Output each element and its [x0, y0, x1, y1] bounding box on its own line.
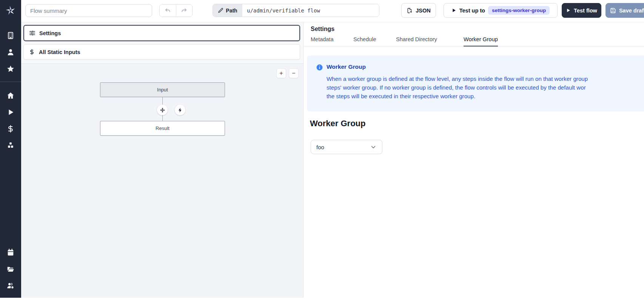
building-icon	[6, 31, 15, 40]
windmill-flow-editor: Path JSON Test up to settings-worker-gro…	[0, 0, 644, 300]
sidebar-item-groups[interactable]	[0, 277, 21, 294]
save-draft-label: Save draft	[619, 8, 644, 14]
save-draft-button[interactable]: Save draft	[605, 3, 644, 18]
sidebar-item-schedules[interactable]	[0, 244, 21, 261]
redo-button[interactable]	[176, 5, 192, 17]
json-button-label: JSON	[416, 8, 431, 14]
info-line: the steps will be executed in their resp…	[327, 92, 644, 101]
test-flow-label: Test flow	[574, 8, 597, 14]
path-group: Path	[213, 4, 379, 17]
add-step-button[interactable]	[157, 105, 168, 115]
flow-static-inputs-item[interactable]: All Static Inputs	[23, 44, 300, 60]
worker-group-info-box: Worker Group When a worker group is defi…	[307, 56, 644, 111]
worker-group-selected-value: foo	[316, 144, 324, 150]
play-icon	[451, 8, 456, 13]
settings-panel: Settings Metadata Schedule Shared Direct…	[303, 22, 644, 298]
sidebar-item-home[interactable]	[0, 87, 21, 104]
tab-shared-directory[interactable]: Shared Directory	[396, 35, 437, 46]
flow-graph-canvas: + − Input Result	[21, 64, 303, 298]
dollar-icon	[6, 125, 15, 133]
worker-group-badge: settings-worker-group	[488, 6, 550, 15]
save-icon	[610, 8, 616, 14]
dollar-icon	[29, 49, 35, 55]
folder-open-icon	[6, 265, 15, 273]
flow-editor-panel: Settings All Static Inputs + − Input	[21, 22, 303, 298]
test-up-to-button[interactable]: Test up to settings-worker-group	[444, 3, 558, 18]
sidebar-item-resources[interactable]	[0, 137, 21, 154]
windmill-logo-icon	[5, 5, 16, 16]
path-label: Path	[226, 8, 237, 14]
file-export-icon	[407, 8, 413, 14]
sidebar-item-user[interactable]	[0, 44, 21, 60]
flow-static-inputs-label: All Static Inputs	[39, 49, 80, 55]
worker-group-section-title: Worker Group	[310, 119, 366, 128]
flow-settings-item[interactable]: Settings	[23, 25, 300, 41]
settings-panel-title: Settings	[311, 22, 334, 33]
undo-button[interactable]	[160, 5, 176, 17]
settings-tabs: Metadata Schedule Shared Directory Worke…	[304, 35, 644, 46]
boxes-icon	[6, 141, 15, 150]
result-node[interactable]: Result	[100, 121, 225, 136]
info-icon	[316, 64, 323, 71]
redo-icon	[181, 8, 187, 14]
zoom-out-button[interactable]: −	[289, 68, 299, 78]
test-flow-button[interactable]: Test flow	[562, 3, 601, 18]
json-button[interactable]: JSON	[401, 3, 436, 18]
users-gear-icon	[6, 281, 15, 290]
sliders-icon	[29, 30, 35, 36]
sidebar-item-runs[interactable]	[0, 104, 21, 121]
sidebar-item-folders[interactable]	[0, 261, 21, 277]
home-icon	[6, 91, 15, 100]
windmill-logo[interactable]	[0, 0, 21, 21]
worker-group-select[interactable]: foo	[311, 140, 382, 154]
tab-worker-group[interactable]: Worker Group	[464, 35, 498, 46]
zoom-in-button[interactable]: +	[276, 68, 286, 78]
tab-schedule[interactable]: Schedule	[353, 35, 376, 46]
topbar: Path JSON Test up to settings-worker-gro…	[21, 0, 644, 22]
info-line: When a worker group is defined at the fl…	[327, 74, 644, 83]
user-icon	[6, 48, 15, 56]
tab-metadata[interactable]: Metadata	[311, 35, 333, 46]
calendar-icon	[6, 248, 15, 257]
flow-summary-input[interactable]	[25, 4, 152, 17]
sidebar-divider	[0, 82, 21, 82]
star-icon	[6, 65, 15, 73]
input-node[interactable]: Input	[100, 82, 225, 97]
edit-path-button[interactable]: Path	[213, 4, 242, 17]
trigger-button[interactable]	[175, 105, 185, 115]
undo-redo-group	[159, 4, 193, 17]
sidebar-item-favorites[interactable]	[0, 60, 21, 77]
sidebar-item-workspace[interactable]	[0, 27, 21, 44]
sidebar	[0, 0, 21, 298]
flow-settings-label: Settings	[39, 30, 61, 36]
plus-icon	[160, 107, 165, 113]
info-box-body: When a worker group is defined at the fl…	[327, 74, 644, 101]
info-box-title: Worker Group	[327, 63, 366, 70]
pencil-icon	[218, 8, 223, 13]
path-input[interactable]	[242, 4, 379, 17]
play-icon	[566, 8, 571, 13]
play-icon	[6, 108, 15, 116]
bottom-strip	[0, 298, 644, 300]
lightning-bolt-icon	[177, 107, 183, 113]
chevron-down-icon	[370, 144, 377, 150]
sidebar-item-variables[interactable]	[0, 121, 21, 137]
info-line: steps' worker group. If no worker group …	[327, 83, 644, 92]
test-up-to-label: Test up to	[459, 8, 485, 14]
undo-icon	[165, 8, 171, 14]
